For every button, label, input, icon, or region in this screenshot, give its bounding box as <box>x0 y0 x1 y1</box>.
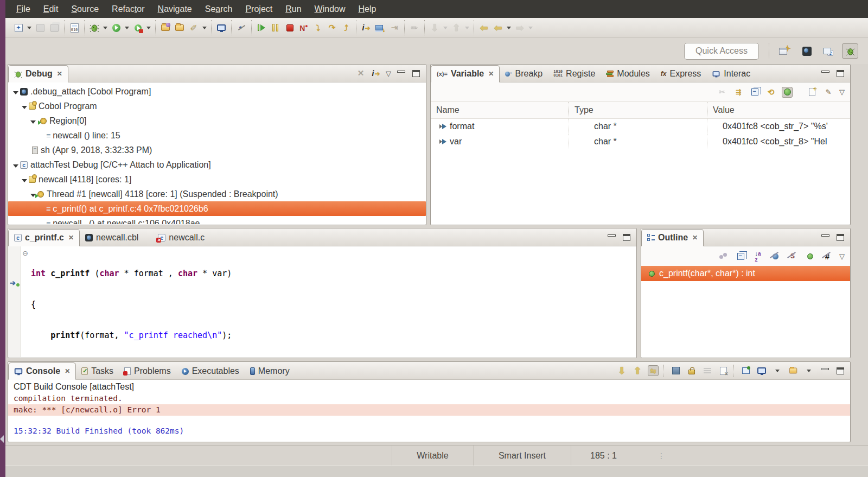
tree-item-c-launch[interactable]: c attachTest Debug [C/C++ Attach to Appl… <box>8 157 426 172</box>
minimize-icon[interactable] <box>819 365 830 376</box>
save-icon[interactable] <box>33 21 47 35</box>
refresh-icon[interactable]: ⟲ <box>765 87 776 98</box>
tab-editor-newcall-cbl[interactable]: newcall.cbl <box>80 229 144 246</box>
menu-search[interactable]: Search <box>199 2 239 16</box>
tab-interactive[interactable]: Interac <box>706 65 756 82</box>
debug-perspective-icon[interactable] <box>842 43 858 59</box>
restart-flow-icon[interactable]: ⇥ <box>387 21 401 35</box>
tab-breakpoints[interactable]: ° Breakp <box>500 65 548 82</box>
sort-icon[interactable]: az <box>752 251 763 262</box>
tab-outline[interactable]: Outline ✕ <box>641 229 704 246</box>
minimize-icon[interactable] <box>606 232 617 243</box>
fold-collapse-icon[interactable]: ⊖ <box>22 249 28 257</box>
column-name[interactable]: Name <box>431 102 569 118</box>
tab-problems[interactable]: Problems <box>119 362 176 380</box>
minimize-icon[interactable] <box>395 68 406 79</box>
close-icon[interactable]: ✕ <box>56 70 62 78</box>
tree-item-c-process[interactable]: newcall [4118] [cores: 1] <box>8 172 426 187</box>
menu-window[interactable]: Window <box>308 2 352 16</box>
code-editor[interactable]: ⊖ int c_printf (char * format , char * v… <box>8 246 636 357</box>
view-menu-icon[interactable]: ▽ <box>839 88 845 96</box>
open-type-icon[interactable] <box>158 21 173 35</box>
step-return-icon[interactable]: ⤴ <box>339 21 353 35</box>
close-icon[interactable]: ✕ <box>691 234 698 241</box>
menu-navigate[interactable]: Navigate <box>151 2 199 16</box>
hide-static-icon[interactable]: S <box>787 251 798 262</box>
menu-refactor[interactable]: Refactor <box>105 2 151 16</box>
close-icon[interactable]: ✕ <box>63 367 70 375</box>
console-switch-icon[interactable]: ⇆ <box>648 365 659 376</box>
menu-project[interactable]: Project <box>239 2 279 16</box>
open-console-icon[interactable] <box>788 365 799 376</box>
cobol-perspective-icon[interactable] <box>799 43 815 59</box>
mark-occurrences-pen-icon[interactable]: ✐ <box>187 21 201 35</box>
menu-file[interactable]: File <box>10 2 37 16</box>
menu-edit[interactable]: Edit <box>37 2 65 16</box>
instruction-stepping-mode-icon[interactable]: i <box>371 68 381 79</box>
tree-item-sh[interactable]: sh (Apr 9, 2018, 3:32:33 PM) <box>8 143 426 157</box>
close-icon[interactable]: ✕ <box>67 234 74 241</box>
debug-dropdown-icon[interactable] <box>101 21 109 35</box>
variable-row[interactable]: format char * 0x401fc8 <cob_str_7> "%s' <box>431 119 850 134</box>
clear-console-icon[interactable] <box>718 365 729 376</box>
back-dropdown-icon[interactable] <box>505 21 513 35</box>
tab-variables[interactable]: (x)= Variable ✕ <box>431 65 500 82</box>
tree-item-frame[interactable]: ≡ newcall_ () at newcall.c:106 0x4018ae <box>8 216 426 224</box>
display-console-dropdown-icon[interactable] <box>772 365 783 376</box>
variable-row[interactable]: var char * 0x401fc0 <cob_str_8> "Hel <box>431 134 850 149</box>
suspend-icon[interactable] <box>269 21 283 35</box>
resume-icon[interactable] <box>254 21 269 35</box>
maximize-icon[interactable] <box>621 232 632 243</box>
terminate-icon[interactable] <box>283 21 297 35</box>
last-edit-location-icon[interactable]: ⬅ <box>477 21 491 35</box>
display-selected-console-icon[interactable] <box>756 365 767 376</box>
show-columns-icon[interactable]: ✂ <box>717 87 727 98</box>
tab-expressions[interactable]: fx Express <box>655 65 706 82</box>
link-with-editor-icon[interactable] <box>718 251 729 262</box>
binary-file-icon[interactable]: 010 <box>67 21 81 35</box>
collapse-all-icon[interactable] <box>735 251 746 262</box>
tab-memory[interactable]: Memory <box>245 362 295 380</box>
maximize-icon[interactable] <box>835 68 846 79</box>
hide-fields-icon[interactable] <box>770 251 781 262</box>
menu-source[interactable]: Source <box>65 2 105 16</box>
tab-console[interactable]: Console ✕ <box>8 362 76 380</box>
collapse-all-icon[interactable] <box>749 87 760 98</box>
word-wrap-icon[interactable] <box>702 365 713 376</box>
quick-access-button[interactable]: Quick Access <box>684 43 759 60</box>
remove-all-terminated-icon[interactable]: ✕ <box>355 68 366 79</box>
menu-run[interactable]: Run <box>279 2 308 16</box>
expander-icon[interactable] <box>11 87 20 97</box>
statusbar-drag-handle[interactable]: ⋮ <box>658 451 666 460</box>
next-annotation-icon[interactable]: ⬇ <box>427 21 442 35</box>
tree-item-frame[interactable]: ≡ newcall () line: 15 <box>8 128 426 143</box>
close-icon[interactable]: ✕ <box>487 70 494 78</box>
view-menu-icon[interactable]: ▽ <box>386 69 391 78</box>
step-into-icon[interactable]: ⤵ <box>311 21 325 35</box>
run-coverage-icon[interactable] <box>131 21 145 35</box>
next-annotation-dropdown-icon[interactable] <box>442 21 449 35</box>
collapsed-panel-arrow-icon[interactable] <box>0 435 4 443</box>
disconnect-icon[interactable]: N● <box>297 21 311 35</box>
tab-debug[interactable]: Debug ✕ <box>8 65 68 82</box>
back-icon[interactable]: ⬅ <box>491 21 505 35</box>
next-console-icon[interactable]: ⬇ <box>616 365 627 376</box>
open-resource-icon[interactable] <box>173 21 187 35</box>
instruction-stepping-icon[interactable]: i <box>359 21 373 35</box>
previous-annotation-dropdown-icon[interactable] <box>463 21 471 35</box>
hide-non-public-icon[interactable]: # <box>822 251 833 262</box>
expander-icon[interactable] <box>20 101 29 111</box>
open-perspective-icon[interactable]: ✦ <box>777 43 793 59</box>
column-type[interactable]: Type <box>569 102 707 118</box>
tab-modules[interactable]: Modules <box>601 65 655 82</box>
tree-item-frame-selected[interactable]: ≡ c_printf() at c_printf.c:4 0x7fbc02102… <box>8 201 426 216</box>
run-coverage-dropdown-icon[interactable] <box>145 21 152 35</box>
save-output-icon[interactable] <box>671 365 681 376</box>
maximize-icon[interactable] <box>835 232 846 243</box>
menu-help[interactable]: Help <box>352 2 383 16</box>
open-console-dropdown-icon[interactable] <box>803 365 814 376</box>
save-all-icon[interactable] <box>47 21 61 35</box>
tab-editor-c-printf[interactable]: c c_printf.c ✕ <box>8 229 80 246</box>
pen-dropdown-icon[interactable] <box>201 21 208 35</box>
new-watch-icon[interactable] <box>807 87 818 98</box>
